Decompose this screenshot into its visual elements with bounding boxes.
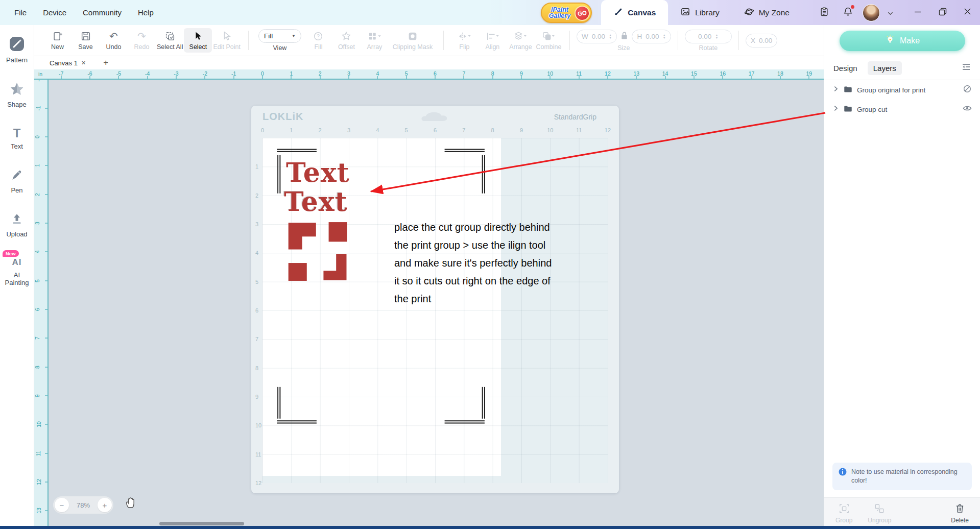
zoom-out-button[interactable]: −: [55, 498, 69, 512]
ruler-unit: in: [38, 71, 42, 77]
ruler-number: 11: [35, 450, 41, 456]
height-input[interactable]: H0.00 ▲▼: [632, 30, 671, 43]
x-position-input[interactable]: X0.00: [746, 34, 777, 47]
instruction-annotation: place the cut group directly behind the …: [394, 219, 619, 308]
horizontal-ruler: in -7-6-5-4-3-2-101234567891011121314151…: [34, 69, 824, 80]
sidebar-item-shape[interactable]: Shape: [1, 82, 33, 108]
visibility-off-icon[interactable]: [963, 84, 972, 95]
sidebar-item-ai-painting[interactable]: New AI AI Painting: [1, 256, 33, 286]
lock-ratio-icon[interactable]: [620, 31, 628, 42]
taskbar-edge: [0, 526, 980, 529]
array-button[interactable]: Array: [361, 28, 389, 53]
mat-brand-logo: LOKLiK: [262, 111, 303, 123]
ruler-tick: [61, 76, 61, 79]
select-all-button[interactable]: Select All: [156, 28, 184, 53]
clipping-mask-button[interactable]: Clipping Mask: [389, 28, 437, 53]
add-tab-button[interactable]: +: [103, 59, 108, 67]
account-menu-button[interactable]: [886, 0, 895, 25]
minimize-button[interactable]: [905, 0, 930, 25]
titlebar: File Device Community Help iPaint Galler…: [0, 0, 980, 25]
zoom-in-button[interactable]: +: [98, 498, 112, 512]
redo-icon: ↷: [137, 30, 146, 42]
chevron-right-icon[interactable]: [832, 85, 839, 94]
ruler-tick: [90, 76, 90, 79]
ruler-tick: [45, 511, 47, 511]
note-text: Note to use material in corresponding co…: [851, 468, 966, 485]
ungroup-button[interactable]: Ungroup: [868, 503, 891, 524]
panel-tabs: Design Layers: [824, 56, 980, 80]
save-button[interactable]: Save: [71, 28, 100, 53]
rotate-label: Rotate: [699, 44, 718, 52]
tab-close-icon[interactable]: ✕: [81, 60, 86, 66]
new-badge: New: [3, 250, 19, 257]
select-button[interactable]: Select: [184, 28, 212, 53]
notes-button[interactable]: [815, 0, 833, 25]
tab-canvas[interactable]: Canvas: [601, 0, 668, 25]
ruler-number: 12: [605, 127, 611, 133]
menu-file[interactable]: File: [14, 8, 27, 17]
visibility-on-icon[interactable]: [963, 104, 972, 115]
sidebar-item-pen[interactable]: Pen: [1, 169, 33, 194]
horizontal-scrollbar[interactable]: [159, 522, 244, 525]
account-button[interactable]: [862, 0, 880, 25]
tab-library[interactable]: Library: [668, 0, 731, 25]
menu-device[interactable]: Device: [43, 8, 66, 17]
tab-layers[interactable]: Layers: [868, 61, 902, 75]
tab-my-zone[interactable]: My Zone: [732, 0, 802, 25]
fill-button[interactable]: ? Fill: [304, 28, 332, 53]
go-button[interactable]: GO: [573, 5, 591, 22]
ruler-tick: [45, 338, 47, 339]
notifications-button[interactable]: [839, 0, 857, 25]
rotate-input[interactable]: 0.00 ▲▼: [685, 30, 732, 43]
tab-my-zone-label: My Zone: [759, 8, 790, 17]
ruler-number: 3: [347, 127, 350, 133]
width-input[interactable]: W0.00 ▲▼: [577, 30, 617, 43]
fill-dropdown-value: Fill: [264, 32, 273, 40]
toolbar: New Save ↶ Undo ↷ Redo Select All: [34, 25, 824, 56]
sidebar-item-pattern[interactable]: Pattern: [1, 36, 33, 64]
stepper-arrows-icon[interactable]: ▲▼: [662, 34, 665, 39]
ruler-tick: [45, 482, 47, 482]
redo-button[interactable]: ↷ Redo: [128, 28, 156, 53]
view-fill-dropdown[interactable]: Fill ▼ View: [255, 29, 304, 52]
canvas-tabbar: Canvas 1 ✕ +: [34, 56, 824, 69]
undo-button[interactable]: ↶ Undo: [100, 28, 128, 53]
close-button[interactable]: [955, 0, 980, 25]
menu-community[interactable]: Community: [83, 8, 122, 17]
ruler-number: 1: [34, 164, 40, 167]
restore-button[interactable]: [930, 0, 955, 25]
sidebar-item-upload[interactable]: Upload: [1, 212, 33, 238]
pan-hand-icon[interactable]: [124, 496, 137, 511]
collapse-panel-icon[interactable]: [962, 63, 971, 73]
arrange-button[interactable]: Arrange: [507, 28, 535, 53]
layer-row-group-cut[interactable]: Group cut: [824, 100, 980, 119]
clipboard-icon: [819, 7, 829, 19]
edit-point-button[interactable]: Edit Point: [212, 28, 242, 53]
tab-design[interactable]: Design: [833, 64, 857, 73]
stepper-arrows-icon[interactable]: ▲▼: [715, 34, 718, 39]
ruler-number: 1: [255, 163, 258, 170]
offset-button[interactable]: Offset: [332, 28, 361, 53]
delete-button[interactable]: Delete: [951, 503, 969, 524]
right-panel: Make Design Layers Group original for pr…: [824, 25, 980, 529]
chevron-right-icon[interactable]: [832, 105, 839, 114]
ruler-tick: [809, 76, 809, 79]
layer-row-group-original[interactable]: Group original for print: [824, 80, 980, 100]
workspace[interactable]: -2-1012345678910111213 LOKLiK StandardGr…: [34, 80, 824, 529]
menu-help[interactable]: Help: [138, 8, 154, 17]
combine-button[interactable]: Combine: [535, 28, 563, 53]
ruler-number: 1: [290, 127, 293, 133]
flip-button[interactable]: Flip: [450, 28, 479, 53]
ipaint-gallery-badge[interactable]: iPaint Gallery GO: [541, 3, 592, 23]
canvas-tab[interactable]: Canvas 1 ✕: [50, 59, 86, 67]
ruler-number: 10: [36, 421, 42, 427]
ruler-tick: [45, 165, 47, 166]
app-window: File Device Community Help iPaint Galler…: [0, 0, 980, 529]
make-button[interactable]: Make: [840, 31, 965, 51]
align-button[interactable]: Align: [479, 28, 507, 53]
new-button[interactable]: New: [43, 28, 71, 53]
group-button[interactable]: Group: [835, 503, 852, 524]
sidebar-item-text[interactable]: T Text: [1, 127, 33, 150]
stepper-arrows-icon[interactable]: ▲▼: [609, 34, 612, 39]
cutting-mat: LOKLiK StandardGrip 0123456789101112 123…: [251, 106, 619, 493]
